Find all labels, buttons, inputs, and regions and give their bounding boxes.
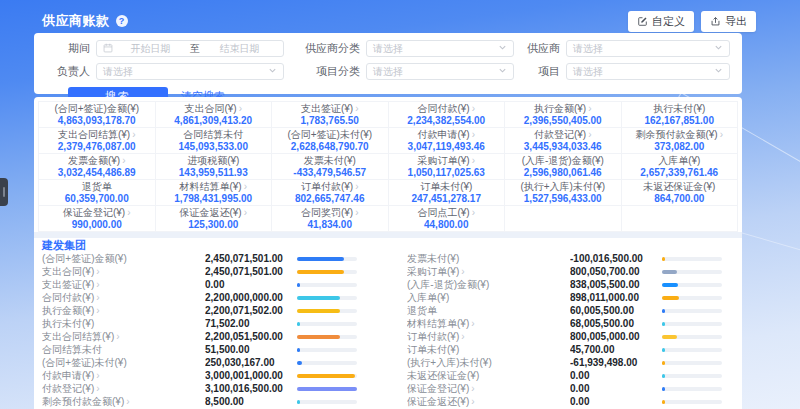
account-row: 合同付款(¥)›2,200,000,000.00	[42, 291, 369, 304]
bar-fill	[297, 400, 300, 404]
account-row-label[interactable]: 付款登记(¥)›	[42, 382, 205, 396]
bar-fill	[662, 322, 665, 326]
account-row-value: 2,200,000,000.00	[205, 292, 297, 303]
metric-card[interactable]: 材料结算单(¥)›1,798,431,995.00	[156, 180, 273, 206]
account-row-label[interactable]: 支出合同(¥)›	[42, 265, 205, 279]
metric-card-value: 1,783,765.50	[301, 115, 359, 126]
group-section: 建发集团 (合同+签证)金额(¥)2,450,071,501.00支出合同(¥)…	[34, 238, 742, 409]
account-row-label[interactable]: 订单付款(¥)›	[407, 330, 570, 344]
account-row-value: 60,005,500.00	[570, 305, 662, 316]
metrics-grid: (合同+签证)金额(¥)4,863,093,178.70支出合同(¥)›4,86…	[38, 101, 738, 232]
metric-card-value: 1,050,117,025.63	[408, 167, 485, 178]
metric-card: 未返还保证金(¥)864,700.00	[622, 180, 739, 206]
metric-card-label: 合同结算未付	[183, 129, 243, 140]
account-row-label[interactable]: 支出签证(¥)›	[42, 278, 205, 292]
bar-track	[662, 348, 722, 352]
account-row-label[interactable]: 保证金登记(¥)›	[407, 382, 570, 396]
chevron-right-icon: ›	[472, 156, 475, 166]
sidebar-collapse-handle[interactable]	[0, 178, 8, 206]
account-row-label[interactable]: 合同付款(¥)›	[42, 291, 205, 305]
bar-fill	[662, 348, 665, 352]
metric-card[interactable]: 支出签证(¥)›1,783,765.50	[272, 102, 389, 128]
bar-track	[662, 283, 722, 287]
account-row-value: 8,500.00	[205, 396, 297, 407]
date-range-input[interactable]: 开始日期 至 结束日期	[96, 40, 284, 57]
page-title: 供应商账款	[42, 12, 110, 30]
metric-card[interactable]: 保证金返还(¥)›125,300.00	[156, 206, 273, 232]
metric-card-label: 材料结算单(¥)›	[179, 181, 247, 192]
bar-fill	[297, 322, 300, 326]
chevron-right-icon: ›	[355, 208, 358, 218]
chevron-right-icon: ›	[132, 130, 135, 140]
account-row-label: 发票未付(¥)	[407, 252, 570, 266]
metric-card-label: 执行未付(¥)	[653, 103, 705, 114]
metric-card[interactable]: 发票金额(¥)›3,032,454,486.89	[39, 154, 156, 180]
metric-card-label: 发票金额(¥)›	[68, 155, 126, 166]
account-row-label[interactable]: 付款申请(¥)›	[42, 369, 205, 383]
bar-fill	[662, 374, 665, 378]
metric-card-value: 162,167,851.00	[644, 115, 714, 126]
metric-card[interactable]: 保证金登记(¥)›990,000.00	[39, 206, 156, 232]
account-row-label[interactable]: 材料结算单(¥)›	[407, 317, 570, 331]
supplier-category-select[interactable]: 请选择	[366, 40, 514, 57]
metric-card: 订单未付(¥)247,451,278.17	[389, 180, 506, 206]
bar-fill	[297, 270, 344, 274]
metric-card[interactable]: 采购订单(¥)›1,050,117,025.63	[389, 154, 506, 180]
bar-track	[297, 374, 357, 378]
metric-card[interactable]: 支出合同结算(¥)›2,379,476,087.00	[39, 128, 156, 154]
metric-card-value: 990,000.00	[72, 219, 122, 230]
bar-track	[662, 270, 722, 274]
metric-card-value: 2,628,648,790.70	[291, 141, 369, 152]
metric-card[interactable]: 合同付款(¥)›2,234,382,554.00	[389, 102, 506, 128]
metric-card-label: (执行+入库)未付(¥)	[520, 181, 605, 192]
metric-card-value: 145,093,533.00	[178, 141, 248, 152]
metric-card[interactable]: 付款申请(¥)›3,047,119,493.46	[389, 128, 506, 154]
account-row-label[interactable]: 采购订单(¥)›	[407, 265, 570, 279]
account-row: 订单付款(¥)›800,005,000.00	[407, 330, 734, 343]
account-row-label[interactable]: 保证金返还(¥)›	[407, 395, 570, 409]
metric-card[interactable]: 订单付款(¥)›802,665,747.46	[272, 180, 389, 206]
account-row-label[interactable]: 支出合同结算(¥)›	[42, 330, 205, 344]
metric-card[interactable]: 支出合同(¥)›4,861,309,413.20	[156, 102, 273, 128]
metric-card-label: 支出合同结算(¥)›	[58, 129, 136, 140]
project-select[interactable]: 请选择	[566, 63, 730, 80]
bar-track	[297, 335, 357, 339]
owner-select[interactable]: 请选择	[96, 63, 284, 80]
account-row-label[interactable]: 执行金额(¥)›	[42, 304, 205, 318]
bar-fill	[662, 270, 677, 274]
account-row: 材料结算单(¥)›68,005,500.00	[407, 317, 734, 330]
metric-card-label: 执行金额(¥)›	[534, 103, 592, 114]
metric-card-label: 合同付款(¥)›	[417, 103, 475, 114]
chevron-right-icon: ›	[96, 306, 99, 316]
select-placeholder: 请选择	[103, 65, 133, 79]
chevron-right-icon: ›	[471, 384, 474, 394]
supplier-select[interactable]: 请选择	[566, 40, 730, 57]
account-row-value: 3,000,001,000.00	[205, 370, 297, 381]
filter-panel: 期间 开始日期 至 结束日期 供应商分类 请选择 供应商 请选择 负责人 请选择…	[34, 33, 742, 94]
account-row: (合同+签证)金额(¥)2,450,071,501.00	[42, 252, 369, 265]
account-row-value: 0.00	[205, 279, 297, 290]
metric-card[interactable]: 合同奖罚(¥)›41,834.00	[272, 206, 389, 232]
metric-card[interactable]: 合同点工(¥)›44,800.00	[389, 206, 506, 232]
metric-card[interactable]: 执行金额(¥)›2,396,550,405.00	[505, 102, 622, 128]
account-row: 未返还保证金(¥)0.00	[407, 369, 734, 382]
help-icon[interactable]: ?	[116, 15, 128, 27]
metric-card[interactable]: 剩余预付款金额(¥)›373,082.00	[622, 128, 739, 154]
group-title[interactable]: 建发集团	[42, 239, 734, 251]
chevron-right-icon: ›	[96, 384, 99, 394]
project-category-select[interactable]: 请选择	[366, 63, 514, 80]
page-header: 供应商账款 ? 自定义 导出	[42, 10, 756, 32]
metric-card[interactable]: 付款登记(¥)›3,445,934,033.46	[505, 128, 622, 154]
rows-left: (合同+签证)金额(¥)2,450,071,501.00支出合同(¥)›2,45…	[42, 252, 369, 409]
chevron-right-icon: ›	[471, 319, 474, 329]
chevron-right-icon: ›	[472, 208, 475, 218]
account-row-label[interactable]: 剩余预付款金额(¥)›	[42, 395, 205, 409]
export-button[interactable]: 导出	[701, 11, 756, 32]
customize-button[interactable]: 自定义	[628, 11, 694, 32]
account-row: 退货单60,005,500.00	[407, 304, 734, 317]
chevron-right-icon: ›	[122, 156, 125, 166]
chevron-right-icon: ›	[472, 104, 475, 114]
account-row-value: -100,016,500.00	[570, 253, 662, 264]
account-row-value: 2,200,071,502.00	[205, 305, 297, 316]
bar-track	[662, 309, 722, 313]
